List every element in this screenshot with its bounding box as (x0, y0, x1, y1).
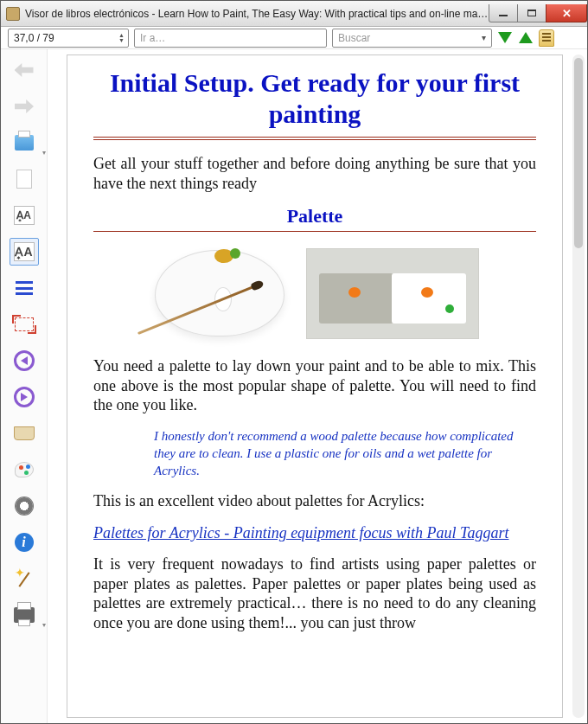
window-buttons: ✕ (489, 4, 587, 22)
theme-button[interactable] (10, 456, 39, 484)
fullscreen-icon (15, 317, 34, 331)
minimize-icon (499, 15, 508, 16)
search-input[interactable]: Buscar ▾ (332, 29, 492, 48)
next-match-button[interactable] (497, 30, 513, 46)
print-button[interactable] (10, 601, 39, 629)
maximize-icon (527, 10, 536, 16)
page-icon (16, 170, 32, 189)
section-rule (93, 231, 536, 232)
printer-icon (14, 607, 35, 623)
triangle-down-icon (498, 32, 512, 43)
close-icon: ✕ (562, 8, 572, 19)
scrollbar-track[interactable] (572, 54, 585, 718)
content-viewport: Initial Setup. Get ready for your first … (48, 49, 587, 723)
author-note: I honestly don't recommend a wood palett… (154, 427, 527, 480)
nav-back-button[interactable] (10, 56, 39, 84)
minimize-button[interactable] (489, 4, 518, 22)
font-small-icon: A͎A (14, 206, 35, 225)
copy-button[interactable] (10, 165, 39, 193)
metadata-button[interactable]: i (10, 529, 39, 556)
preferences-button[interactable] (10, 492, 39, 520)
video-link[interactable]: Palettes for Acrylics - Painting equipme… (93, 523, 536, 543)
chevron-down-icon: ▾ (482, 33, 486, 42)
heading-rule (93, 137, 536, 140)
fullscreen-button[interactable] (10, 311, 39, 338)
maximize-button[interactable] (517, 4, 546, 22)
chevron-down-icon: ▾ (42, 621, 46, 629)
font-large-icon: A͎A (14, 242, 35, 261)
chapter-heading: Initial Setup. Get ready for your first … (93, 67, 536, 130)
open-book-icon (14, 426, 35, 440)
nav-forward-button[interactable] (10, 93, 39, 120)
arrow-right-icon (15, 99, 34, 113)
book-device-icon (15, 135, 34, 151)
section-heading: Palette (93, 205, 536, 227)
gear-icon (16, 497, 33, 515)
palette-illustration (150, 246, 289, 341)
reading-mode-button[interactable] (539, 29, 554, 47)
history-back-button[interactable] (10, 347, 39, 375)
reference-mode-button[interactable] (10, 420, 39, 447)
info-icon: i (15, 533, 34, 552)
toolbar: 37,0 / 79 ▲▼ Ir a… Buscar ▾ (1, 27, 587, 49)
circle-arrow-right-icon (14, 387, 35, 407)
titlebar: Visor de libros electrónicos - Learn How… (1, 1, 587, 27)
prev-match-button[interactable] (518, 30, 534, 46)
close-button[interactable]: ✕ (546, 4, 587, 22)
goto-placeholder: Ir a… (140, 32, 165, 44)
book-page: Initial Setup. Get ready for your first … (67, 54, 563, 718)
palette-photo (306, 248, 479, 339)
palette-paragraph: You need a palette to lay down your pain… (93, 356, 536, 415)
spinner-buttons[interactable]: ▲▼ (118, 33, 125, 43)
app-icon (6, 7, 20, 21)
body-area: ▾ A͎A A͎A i ▾ Initial Setup. Get ready f… (1, 49, 587, 723)
circle-arrow-left-icon (14, 350, 35, 371)
intro-paragraph: Get all your stuff together and before d… (93, 154, 536, 193)
window-title: Visor de libros electrónicos - Learn How… (25, 8, 489, 20)
wand-icon (15, 569, 34, 588)
sidebar: ▾ A͎A A͎A i ▾ (1, 49, 48, 723)
goto-input[interactable]: Ir a… (134, 29, 327, 48)
search-placeholder: Buscar (338, 32, 370, 44)
lookup-button[interactable] (10, 565, 39, 593)
page-number-spinner[interactable]: 37,0 / 79 ▲▼ (8, 29, 129, 48)
palette-icon (15, 462, 34, 477)
toc-button[interactable] (10, 274, 39, 302)
font-decrease-button[interactable]: A͎A (10, 202, 39, 229)
page-number-value: 37,0 / 79 (14, 32, 54, 44)
illustration-row (93, 246, 536, 341)
triangle-up-icon (519, 32, 533, 43)
arrow-left-icon (15, 63, 34, 77)
open-book-button[interactable] (10, 129, 39, 157)
font-increase-button[interactable]: A͎A (10, 238, 39, 266)
list-icon (16, 281, 33, 295)
paper-palette-paragraph: It is very frequent nowadays to find art… (93, 554, 536, 632)
scrollbar-thumb[interactable] (574, 58, 583, 248)
chevron-down-icon: ▾ (42, 149, 46, 157)
history-forward-button[interactable] (10, 383, 39, 411)
app-window: Visor de libros electrónicos - Learn How… (0, 0, 588, 724)
video-intro-paragraph: This is an excellent video about palette… (93, 491, 536, 511)
